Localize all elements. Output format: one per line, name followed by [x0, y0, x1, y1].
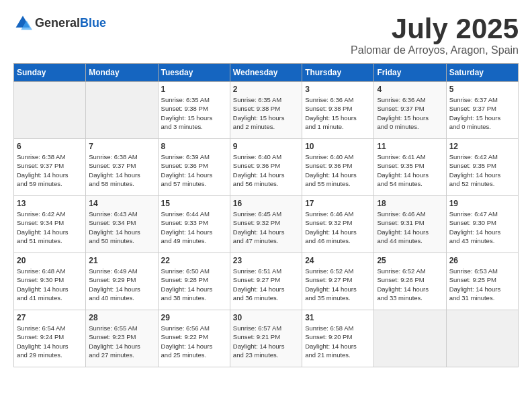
calendar-cell: 19Sunrise: 6:47 AM Sunset: 9:30 PM Dayli…: [446, 196, 518, 253]
calendar-cell: 13Sunrise: 6:42 AM Sunset: 9:34 PM Dayli…: [14, 196, 86, 253]
day-number: 24: [305, 256, 371, 265]
calendar-cell: 1Sunrise: 6:35 AM Sunset: 9:38 PM Daylig…: [158, 82, 230, 139]
day-number: 6: [17, 142, 83, 151]
day-number: 18: [377, 199, 443, 208]
calendar-cell: 29Sunrise: 6:56 AM Sunset: 9:22 PM Dayli…: [158, 310, 230, 367]
day-info: Sunrise: 6:52 AM Sunset: 9:26 PM Dayligh…: [377, 267, 443, 302]
header-tuesday: Tuesday: [158, 64, 230, 82]
logo: GeneralBlue: [13, 13, 106, 32]
day-number: 21: [89, 256, 154, 265]
day-number: 29: [161, 313, 227, 322]
calendar-cell: 3Sunrise: 6:36 AM Sunset: 9:38 PM Daylig…: [302, 82, 374, 139]
calendar-cell: 5Sunrise: 6:37 AM Sunset: 9:37 PM Daylig…: [446, 82, 518, 139]
day-number: 31: [305, 313, 371, 322]
calendar-cell: 28Sunrise: 6:55 AM Sunset: 9:23 PM Dayli…: [86, 310, 158, 367]
day-number: 19: [449, 199, 515, 208]
day-number: 25: [377, 256, 443, 265]
calendar-cell: 9Sunrise: 6:40 AM Sunset: 9:36 PM Daylig…: [230, 139, 302, 196]
day-info: Sunrise: 6:56 AM Sunset: 9:22 PM Dayligh…: [161, 324, 227, 359]
day-number: 23: [233, 256, 299, 265]
calendar-cell: 17Sunrise: 6:46 AM Sunset: 9:32 PM Dayli…: [302, 196, 374, 253]
day-info: Sunrise: 6:55 AM Sunset: 9:23 PM Dayligh…: [89, 324, 154, 359]
day-number: 11: [377, 142, 443, 151]
day-number: 2: [233, 85, 299, 94]
day-info: Sunrise: 6:57 AM Sunset: 9:21 PM Dayligh…: [233, 324, 299, 359]
calendar-cell: 14Sunrise: 6:43 AM Sunset: 9:34 PM Dayli…: [86, 196, 158, 253]
day-number: 4: [377, 85, 443, 94]
calendar-cell: [86, 82, 158, 139]
calendar-cell: 31Sunrise: 6:58 AM Sunset: 9:20 PM Dayli…: [302, 310, 374, 367]
calendar-cell: 20Sunrise: 6:48 AM Sunset: 9:30 PM Dayli…: [14, 253, 86, 310]
calendar-week-row: 27Sunrise: 6:54 AM Sunset: 9:24 PM Dayli…: [14, 310, 519, 367]
day-number: 9: [233, 142, 299, 151]
day-info: Sunrise: 6:35 AM Sunset: 9:38 PM Dayligh…: [161, 95, 227, 131]
day-info: Sunrise: 6:38 AM Sunset: 9:37 PM Dayligh…: [17, 152, 83, 188]
day-number: 22: [161, 256, 227, 265]
day-number: 14: [89, 199, 154, 208]
calendar-cell: 6Sunrise: 6:38 AM Sunset: 9:37 PM Daylig…: [14, 139, 86, 196]
day-number: 10: [305, 142, 371, 151]
calendar-cell: [374, 310, 446, 367]
day-info: Sunrise: 6:40 AM Sunset: 9:36 PM Dayligh…: [305, 152, 371, 188]
calendar-cell: [14, 82, 86, 139]
calendar-week-row: 20Sunrise: 6:48 AM Sunset: 9:30 PM Dayli…: [14, 253, 519, 310]
day-info: Sunrise: 6:49 AM Sunset: 9:29 PM Dayligh…: [89, 267, 154, 302]
day-info: Sunrise: 6:42 AM Sunset: 9:34 PM Dayligh…: [17, 210, 83, 245]
day-info: Sunrise: 6:36 AM Sunset: 9:37 PM Dayligh…: [377, 95, 443, 131]
day-info: Sunrise: 6:48 AM Sunset: 9:30 PM Dayligh…: [17, 267, 83, 302]
calendar-cell: 15Sunrise: 6:44 AM Sunset: 9:33 PM Dayli…: [158, 196, 230, 253]
calendar-cell: 26Sunrise: 6:53 AM Sunset: 9:25 PM Dayli…: [446, 253, 518, 310]
day-info: Sunrise: 6:42 AM Sunset: 9:35 PM Dayligh…: [449, 152, 515, 188]
calendar-cell: 8Sunrise: 6:39 AM Sunset: 9:36 PM Daylig…: [158, 139, 230, 196]
day-number: 17: [305, 199, 371, 208]
header-saturday: Saturday: [446, 64, 518, 82]
header-sunday: Sunday: [14, 64, 86, 82]
title-area: July 2025 Palomar de Arroyos, Aragon, Sp…: [351, 13, 519, 56]
day-number: 26: [449, 256, 515, 265]
day-number: 20: [17, 256, 83, 265]
header-friday: Friday: [374, 64, 446, 82]
day-info: Sunrise: 6:46 AM Sunset: 9:31 PM Dayligh…: [377, 210, 443, 245]
calendar-week-row: 6Sunrise: 6:38 AM Sunset: 9:37 PM Daylig…: [14, 139, 519, 196]
calendar-cell: [446, 310, 518, 367]
calendar-cell: 7Sunrise: 6:38 AM Sunset: 9:37 PM Daylig…: [86, 139, 158, 196]
calendar-cell: 21Sunrise: 6:49 AM Sunset: 9:29 PM Dayli…: [86, 253, 158, 310]
logo-blue: Blue: [80, 16, 106, 30]
logo-general: General: [35, 16, 80, 30]
day-number: 27: [17, 313, 83, 322]
day-info: Sunrise: 6:47 AM Sunset: 9:30 PM Dayligh…: [449, 210, 515, 245]
calendar-week-row: 13Sunrise: 6:42 AM Sunset: 9:34 PM Dayli…: [14, 196, 519, 253]
calendar-cell: 11Sunrise: 6:41 AM Sunset: 9:35 PM Dayli…: [374, 139, 446, 196]
calendar-cell: 10Sunrise: 6:40 AM Sunset: 9:36 PM Dayli…: [302, 139, 374, 196]
day-info: Sunrise: 6:50 AM Sunset: 9:28 PM Dayligh…: [161, 267, 227, 302]
month-title: July 2025: [351, 13, 519, 44]
calendar-cell: 22Sunrise: 6:50 AM Sunset: 9:28 PM Dayli…: [158, 253, 230, 310]
day-number: 7: [89, 142, 154, 151]
day-info: Sunrise: 6:40 AM Sunset: 9:36 PM Dayligh…: [233, 152, 299, 188]
calendar-cell: 4Sunrise: 6:36 AM Sunset: 9:37 PM Daylig…: [374, 82, 446, 139]
day-number: 15: [161, 199, 227, 208]
day-number: 8: [161, 142, 227, 151]
day-number: 5: [449, 85, 515, 94]
calendar-cell: 23Sunrise: 6:51 AM Sunset: 9:27 PM Dayli…: [230, 253, 302, 310]
calendar-header-row: SundayMondayTuesdayWednesdayThursdayFrid…: [14, 64, 519, 82]
logo-icon: [13, 13, 32, 32]
day-info: Sunrise: 6:37 AM Sunset: 9:37 PM Dayligh…: [449, 95, 515, 131]
location-title: Palomar de Arroyos, Aragon, Spain: [351, 44, 519, 56]
day-info: Sunrise: 6:38 AM Sunset: 9:37 PM Dayligh…: [89, 152, 154, 188]
day-info: Sunrise: 6:54 AM Sunset: 9:24 PM Dayligh…: [17, 324, 83, 359]
day-info: Sunrise: 6:43 AM Sunset: 9:34 PM Dayligh…: [89, 210, 154, 245]
header-wednesday: Wednesday: [230, 64, 302, 82]
day-number: 13: [17, 199, 83, 208]
page-header: GeneralBlue July 2025 Palomar de Arroyos…: [13, 13, 519, 56]
day-number: 16: [233, 199, 299, 208]
header-monday: Monday: [86, 64, 158, 82]
day-number: 12: [449, 142, 515, 151]
day-info: Sunrise: 6:51 AM Sunset: 9:27 PM Dayligh…: [233, 267, 299, 302]
calendar-table: SundayMondayTuesdayWednesdayThursdayFrid…: [13, 63, 519, 367]
day-number: 3: [305, 85, 371, 94]
day-info: Sunrise: 6:41 AM Sunset: 9:35 PM Dayligh…: [377, 152, 443, 188]
day-info: Sunrise: 6:36 AM Sunset: 9:38 PM Dayligh…: [305, 95, 371, 131]
day-number: 28: [89, 313, 154, 322]
calendar-cell: 12Sunrise: 6:42 AM Sunset: 9:35 PM Dayli…: [446, 139, 518, 196]
